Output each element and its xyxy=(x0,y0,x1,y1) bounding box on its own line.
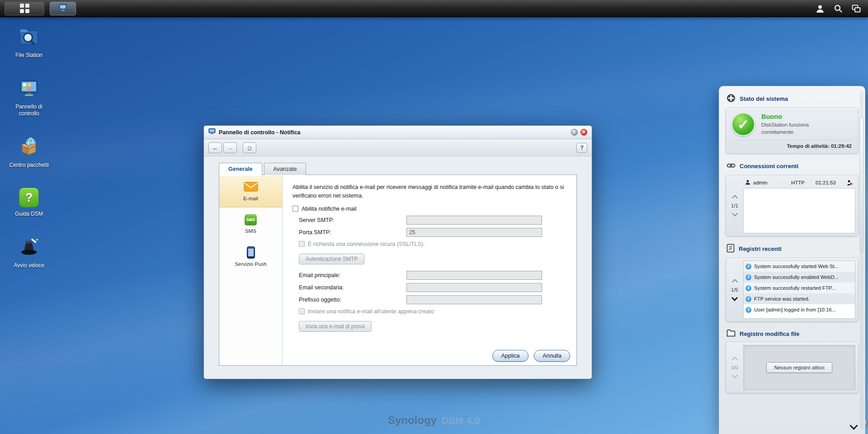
window-close-button[interactable]: ✕ xyxy=(580,129,587,136)
desktop-icon-label: Pannello di controllo xyxy=(5,104,52,117)
panel-scrollbar xyxy=(860,91,863,429)
dsm-brand-watermark: Synology DSM 4.0 xyxy=(388,414,480,427)
window-titlebar[interactable]: Pannello di controllo - Notifica ✕ xyxy=(204,126,592,139)
email-secondary-input[interactable] xyxy=(406,283,542,292)
info-icon: i xyxy=(745,296,751,302)
log-document-icon xyxy=(726,244,735,254)
system-status-box: ✓ Buono DiskStation funziona correttamen… xyxy=(726,108,859,154)
tab-generale[interactable]: Generale xyxy=(219,163,262,175)
dialog-buttons: Applica Annulla xyxy=(492,350,570,362)
connections-header: Connessioni correnti xyxy=(726,161,858,171)
smtp-port-input[interactable] xyxy=(406,228,542,237)
window-title: Pannello di controllo - Notifica xyxy=(219,129,301,136)
page-up-icon[interactable] xyxy=(732,195,738,201)
help-button[interactable]: ? xyxy=(576,143,587,153)
widget-title: Connessioni correnti xyxy=(740,163,798,170)
page-down-icon[interactable] xyxy=(731,294,738,301)
desktop-icon-quick-start[interactable]: Avvio veloce xyxy=(5,236,52,269)
page-indicator: 0/0 xyxy=(731,365,738,370)
log-row[interactable]: i System successfully started Web St... xyxy=(744,261,855,272)
desktop-icon-package-center[interactable]: Centro pacchetti xyxy=(5,136,52,169)
log-text: FTP service was started. xyxy=(754,296,810,302)
email-primary-row: Email principale: xyxy=(299,270,566,281)
log-text: System successfully restarted FTP... xyxy=(754,285,835,291)
main-menu-button[interactable] xyxy=(5,2,44,15)
desktop-icon-file-station[interactable]: File Station xyxy=(5,26,52,59)
kick-connection-icon[interactable] xyxy=(847,180,854,186)
home-button[interactable]: ⌂ xyxy=(243,142,256,153)
nav-item-label: SMS xyxy=(245,228,256,234)
desktop-icon-label: Avvio veloce xyxy=(14,262,44,269)
log-row[interactable]: i User [admin] logged in from [10.16... xyxy=(744,304,855,315)
status-value: Buono xyxy=(761,113,840,120)
taskbar-right xyxy=(816,4,863,13)
system-status-icon xyxy=(726,94,736,104)
file-log-pager: 0/0 xyxy=(726,342,743,393)
send-test-email-button[interactable]: Invia una e-mail di prova xyxy=(299,321,372,332)
desktop-icon-control-panel[interactable]: Pannello di controllo xyxy=(5,78,52,117)
window-toolbar: ← → ⌂ ? xyxy=(204,139,592,156)
nav-item-email[interactable]: E-mail xyxy=(219,175,282,208)
notify-new-user-row: Inviare una notifica e-mail all'utente a… xyxy=(299,308,566,315)
nav-item-push[interactable]: Servizio Push xyxy=(219,240,282,273)
enable-email-label: Abilita notifiche e-mail xyxy=(302,206,357,212)
back-button[interactable]: ← xyxy=(208,142,222,153)
log-row[interactable]: i System successfully restarted FTP... xyxy=(744,283,855,293)
sms-icon: SMS xyxy=(245,214,257,226)
connections-pager: 1/1 xyxy=(726,175,743,236)
log-row[interactable]: i System successfully enabled WebD... xyxy=(744,272,855,283)
info-icon: i xyxy=(745,285,751,291)
tab-avanzate[interactable]: Avanzate xyxy=(264,163,307,175)
enable-email-checkbox-row: Abilita notifiche e-mail xyxy=(292,206,566,212)
file-log-box: 0/0 Nessun registro attivo xyxy=(726,342,859,393)
file-log-empty-area: Nessun registro attivo xyxy=(743,345,855,390)
file-station-icon xyxy=(19,26,39,49)
apply-button[interactable]: Applica xyxy=(492,350,528,362)
page-up-icon[interactable] xyxy=(732,279,738,285)
panel-collapse-chevron-icon[interactable] xyxy=(849,421,858,429)
widget-title: Registro modifica file xyxy=(740,330,799,337)
page-down-icon[interactable] xyxy=(732,211,738,217)
desktop-icon-column: File Station Pannello di controllo xyxy=(5,26,52,269)
connection-time: 01:21:53 xyxy=(816,180,836,185)
desktop-icon-dsm-help[interactable]: ? Guida DSM xyxy=(5,188,52,217)
ssl-label: È richiesta una connessione sicura (SSL/… xyxy=(308,241,425,247)
connections-box: 1/1 admin HTTP 01:21:53 xyxy=(726,175,859,236)
taskbar-open-app-button[interactable] xyxy=(50,2,76,15)
email-secondary-row: Email secondaria: xyxy=(299,282,566,293)
info-icon: i xyxy=(745,274,751,280)
page-down-icon[interactable] xyxy=(732,373,738,378)
smtp-server-input[interactable] xyxy=(406,216,542,225)
ssl-checkbox[interactable] xyxy=(299,241,305,247)
apps-grid-icon xyxy=(20,4,29,13)
desktop-icon-label: File Station xyxy=(15,52,42,59)
email-icon xyxy=(244,181,258,193)
page-up-icon[interactable] xyxy=(732,357,738,363)
window-minimize-button[interactable] xyxy=(571,129,578,136)
search-icon[interactable] xyxy=(834,4,843,13)
pilot-view-icon[interactable] xyxy=(852,5,861,13)
file-log-header: Registro modifica file xyxy=(726,329,858,338)
desktop-icon-label: Centro pacchetti xyxy=(9,162,48,169)
info-icon: i xyxy=(745,264,751,269)
enable-email-checkbox[interactable] xyxy=(292,206,298,212)
recent-logs-box: 1/5 i System successfully started Web St… xyxy=(726,258,859,322)
user-menu-icon[interactable] xyxy=(816,4,825,13)
email-primary-input[interactable] xyxy=(406,271,542,280)
log-row[interactable]: i FTP service was started. xyxy=(744,293,855,304)
smartphone-icon xyxy=(247,246,255,259)
smtp-auth-button[interactable]: Autenticazione SMTP xyxy=(299,254,364,264)
nav-item-label: Servizio Push xyxy=(235,261,266,267)
window-title-icon xyxy=(208,128,216,137)
folder-icon xyxy=(726,329,736,338)
nav-item-sms[interactable]: SMS SMS xyxy=(219,208,282,240)
subject-prefix-input[interactable] xyxy=(406,295,542,304)
cancel-button[interactable]: Annulla xyxy=(534,350,570,362)
panel-scrollbar-thumb[interactable] xyxy=(860,117,863,253)
connection-row[interactable]: admin HTTP 01:21:53 xyxy=(743,177,855,188)
forward-button[interactable]: → xyxy=(223,142,237,153)
notify-new-user-checkbox[interactable] xyxy=(299,308,305,314)
system-status-header: Stato del sistema xyxy=(726,94,858,104)
connection-protocol: HTTP xyxy=(791,180,813,185)
notify-new-user-label: Inviare una notifica e-mail all'utente a… xyxy=(308,308,434,315)
